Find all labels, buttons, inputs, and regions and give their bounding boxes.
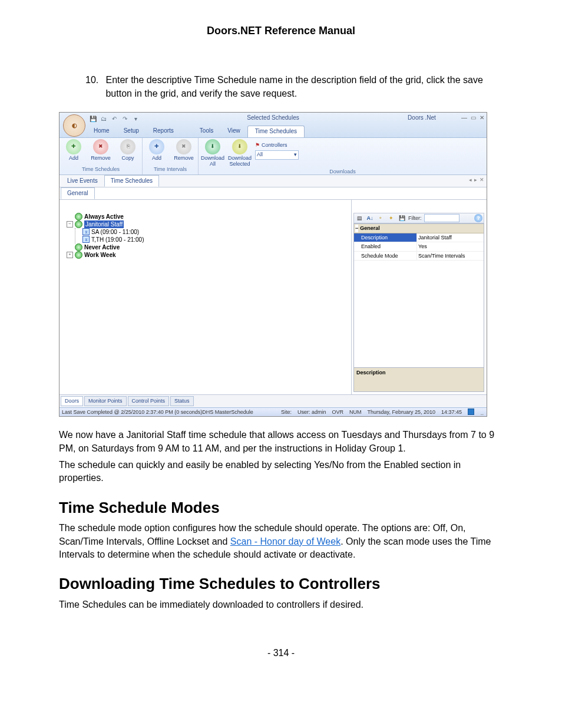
prop-row-description[interactable]: Description Janitorial Staff (354, 233, 484, 243)
prop-key: Description (354, 233, 417, 242)
prop-value[interactable]: Yes (417, 242, 484, 251)
qat-dropdown-icon[interactable]: ▾ (131, 115, 140, 123)
body-paragraph-4: Time Schedules can be immediately downlo… (59, 598, 503, 611)
flag-icon: ⚑ (255, 141, 260, 149)
status-last-save: Last Save Completed @ 2/25/2010 2:37:40 … (62, 409, 275, 416)
tree-node-never-active[interactable]: Never Active (67, 243, 351, 251)
heading-downloading: Downloading Time Schedules to Controller… (59, 573, 503, 594)
tree-node-always-active[interactable]: Always Active (67, 213, 351, 220)
desc-title: Description (356, 370, 386, 375)
download-selected-button[interactable]: ⬇ Download Selected (228, 139, 252, 167)
add-interval-icon: ✚ (149, 139, 164, 154)
sub-tab-general[interactable]: General (61, 187, 95, 199)
bottom-tabs: Doors Monitor Points Control Points Stat… (59, 394, 487, 407)
interval-icon: ⧖ (82, 228, 90, 235)
nav-next-icon[interactable]: ▸ (474, 176, 477, 184)
node-label: Never Active (84, 243, 120, 251)
resize-grip-icon[interactable]: ⣀ (480, 409, 484, 416)
menu-tab-tools[interactable]: Tools (193, 126, 220, 137)
minimize-icon[interactable]: — (461, 114, 467, 122)
clock-icon (75, 220, 82, 228)
group-label-time-intervals: Time Intervals (145, 165, 196, 174)
interval-icon: ⧖ (82, 236, 90, 243)
maximize-icon[interactable]: ▭ (471, 114, 476, 122)
save-icon[interactable]: 💾 (398, 214, 406, 222)
menu-tab-time-schedules[interactable]: Time Schedules (247, 126, 305, 137)
app-orb-icon[interactable]: ◐ (63, 114, 85, 137)
title-bar: ◐ 💾 🗂 ↶ ↷ ▾ Selected Schedules Doors .Ne… (59, 113, 487, 138)
categorized-icon[interactable]: ▤ (355, 214, 363, 222)
panel-tab-live-events[interactable]: Live Events (61, 175, 104, 187)
tree-node-janitorial[interactable]: − Janitorial Staff (67, 220, 351, 228)
help-icon[interactable]: ? (474, 214, 482, 222)
panel-nav-icons: ◂ ▸ ✕ (469, 176, 484, 184)
status-site: Site: (281, 409, 292, 416)
nav-prev-icon[interactable]: ◂ (469, 176, 472, 184)
node-label: Work Week (84, 251, 116, 259)
menu-tab-setup[interactable]: Setup (117, 126, 146, 137)
combo-value: All (257, 151, 263, 159)
filter-input[interactable] (424, 214, 459, 222)
workspace: Always Active − Janitorial Staff ⧖ SA (0… (59, 200, 487, 394)
bottom-tab-monitor-points[interactable]: Monitor Points (84, 396, 127, 406)
add-interval-button[interactable]: ✚ Add (145, 139, 168, 162)
prop-row-mode[interactable]: Schedule Mode Scan/Time Intervals (354, 252, 484, 261)
node-label: T,TH (19:00 - 21:00) (91, 236, 144, 243)
tree-node-tth-interval[interactable]: ⧖ T,TH (19:00 - 21:00) (82, 236, 351, 243)
close-icon[interactable]: ✕ (480, 114, 484, 122)
prop-value[interactable]: Janitorial Staff (417, 233, 484, 242)
collapse-icon[interactable]: − (355, 225, 358, 232)
page-number: - 314 - (59, 647, 503, 660)
clock-icon (75, 243, 82, 251)
bottom-tab-doors[interactable]: Doors (61, 396, 83, 406)
prop-value[interactable]: Scan/Time Intervals (417, 252, 484, 261)
prop-row-enabled[interactable]: Enabled Yes (354, 242, 484, 252)
status-time: 14:37:45 (441, 409, 462, 416)
disk-icon (468, 409, 474, 415)
undo-icon[interactable]: ↶ (110, 115, 118, 123)
ribbon-group-time-intervals: ✚ Add ✖ Remove Time Intervals (143, 138, 199, 174)
remove-schedule-button[interactable]: ✖ Remove (89, 139, 113, 162)
body-paragraph-3: The schedule mode option configures how … (59, 522, 503, 561)
controllers-combo[interactable]: All ▾ (255, 150, 299, 160)
menu-tab-home[interactable]: Home (87, 126, 117, 137)
panel-tab-time-schedules[interactable]: Time Schedules (104, 175, 159, 187)
prop-category-general[interactable]: − General (354, 224, 484, 233)
save-all-icon[interactable]: 🗂 (100, 115, 108, 123)
expand-icon[interactable]: + (67, 252, 73, 258)
menu-tab-view[interactable]: View (220, 126, 247, 137)
panel-close-icon[interactable]: ✕ (480, 176, 484, 184)
bottom-tab-status[interactable]: Status (170, 396, 194, 406)
save-icon[interactable]: 💾 (89, 115, 97, 123)
node-label-selected: Janitorial Staff (84, 220, 124, 228)
status-ovr: OVR (332, 409, 344, 416)
menu-tab-reports[interactable]: Reports (146, 126, 181, 137)
ribbon: ✚ Add ✖ Remove ⎘ Copy Time Schedules ✚ A… (59, 138, 487, 175)
download-all-button[interactable]: ⬇ Download All (201, 139, 224, 167)
tree-node-sa-interval[interactable]: ⧖ SA (09:00 - 11:00) (82, 228, 351, 236)
props-events-icon[interactable]: ⚬ (376, 214, 385, 222)
bottom-tab-control-points[interactable]: Control Points (128, 396, 170, 406)
step-number: 10. (85, 74, 103, 87)
link-scan-honor-day[interactable]: Scan - Honor day of Week (230, 536, 340, 546)
ribbon-group-time-schedules: ✚ Add ✖ Remove ⎘ Copy Time Schedules (59, 138, 143, 174)
properties-toolbar: ▤ A↓ ⚬ ✦ 💾 Filter: ? (353, 213, 484, 223)
redo-icon[interactable]: ↷ (121, 115, 129, 123)
prop-key: Enabled (354, 242, 417, 251)
properties-pane: ▤ A↓ ⚬ ✦ 💾 Filter: ? − General Descripti… (352, 200, 487, 394)
tree-children: ⧖ SA (09:00 - 11:00) ⧖ T,TH (19:00 - 21:… (75, 228, 351, 243)
prop-key: Schedule Mode (354, 252, 417, 261)
chevron-down-icon: ▾ (294, 151, 297, 159)
body-paragraph-1: We now have a Janitorial Staff time sche… (59, 429, 503, 455)
remove-interval-button[interactable]: ✖ Remove (172, 139, 196, 162)
tree-node-work-week[interactable]: + Work Week (67, 251, 351, 259)
panel-tabs-row: Live Events Time Schedules ◂ ▸ ✕ (59, 175, 487, 187)
copy-schedule-button[interactable]: ⎘ Copy (116, 139, 140, 162)
sort-az-icon[interactable]: A↓ (366, 214, 374, 222)
lightning-icon[interactable]: ✦ (387, 214, 395, 222)
category-label: General (360, 225, 380, 232)
collapse-icon[interactable]: − (67, 221, 73, 228)
add-schedule-button[interactable]: ✚ Add (62, 139, 85, 162)
remove-interval-icon: ✖ (176, 139, 191, 154)
schedule-tree: Always Active − Janitorial Staff ⧖ SA (0… (59, 200, 352, 394)
